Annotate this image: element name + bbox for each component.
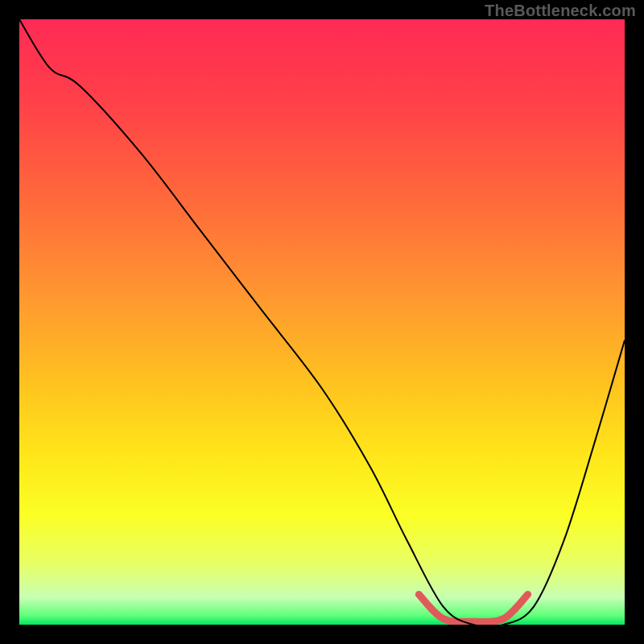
optimal-segment	[419, 594, 527, 621]
watermark-text: TheBottleneck.com	[485, 2, 636, 20]
curve-layer	[19, 19, 625, 625]
plot-area	[19, 19, 625, 625]
chart-frame: TheBottleneck.com	[0, 0, 644, 644]
bottleneck-curve	[19, 19, 625, 625]
